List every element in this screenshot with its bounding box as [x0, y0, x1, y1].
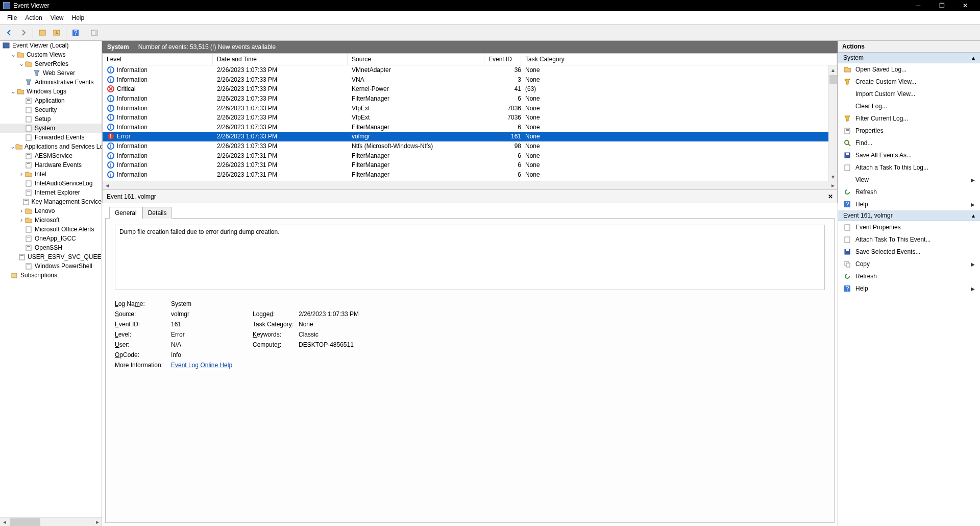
scroll-left-icon[interactable]: ◂ — [103, 182, 111, 189]
action-item[interactable]: Save All Events As... — [838, 149, 980, 161]
action-item[interactable]: View▶ — [838, 174, 980, 186]
help-button[interactable]: ? — [69, 27, 82, 39]
tree-service-item[interactable]: OneApp_IGCC — [0, 234, 102, 243]
tree-service-item[interactable]: Internet Explorer — [0, 188, 102, 197]
event-row[interactable]: Critical2/26/2023 1:07:33 PMKernel-Power… — [103, 84, 837, 94]
tree-setup[interactable]: Setup — [0, 114, 102, 124]
collapse-icon[interactable]: ⌄ — [10, 88, 16, 95]
tree-system[interactable]: System — [0, 124, 102, 133]
event-row[interactable]: iInformation2/26/2023 1:07:31 PMFilterMa… — [103, 160, 837, 170]
tab-general[interactable]: General — [109, 207, 142, 219]
tree-service-item[interactable]: Windows PowerShell — [0, 261, 102, 271]
action-item[interactable]: Clear Log... — [838, 100, 980, 112]
tree-service-item[interactable]: IntelAudioServiceLog — [0, 179, 102, 188]
expand-icon[interactable]: › — [18, 171, 24, 178]
tree-web-server[interactable]: Web Server — [0, 68, 102, 78]
event-row[interactable]: iInformation2/26/2023 1:07:33 PMFilterMa… — [103, 94, 837, 104]
tree-security[interactable]: Security — [0, 105, 102, 114]
scroll-right-icon[interactable]: ▸ — [828, 182, 837, 189]
tree-forwarded[interactable]: Forwarded Events — [0, 133, 102, 142]
event-row[interactable]: iInformation2/26/2023 1:07:33 PMVMnetAda… — [103, 65, 837, 75]
export-button[interactable] — [51, 27, 63, 39]
tab-details[interactable]: Details — [142, 207, 173, 219]
grid-vscrollbar[interactable]: ▴ ▾ — [828, 65, 837, 181]
event-row[interactable]: iInformation2/26/2023 1:07:31 PMFilterMa… — [103, 170, 837, 180]
tree-apps-services[interactable]: ⌄Applications and Services Logs — [0, 142, 102, 151]
col-date[interactable]: Date and Time — [213, 54, 348, 65]
close-button[interactable]: ✕ — [953, 0, 977, 11]
more-info-link[interactable]: Event Log Online Help — [171, 362, 232, 369]
event-row[interactable]: iInformation2/26/2023 1:07:33 PMVNA3None — [103, 75, 837, 85]
tree-custom-views[interactable]: ⌄Custom Views — [0, 50, 102, 59]
scroll-down-icon[interactable]: ▾ — [829, 172, 837, 181]
action-item[interactable]: Copy▶ — [838, 258, 980, 270]
action-item[interactable]: ?Help▶ — [838, 282, 980, 295]
tree-service-item[interactable]: AESMService — [0, 151, 102, 160]
minimize-button[interactable]: ─ — [906, 0, 930, 11]
tree-windows-logs[interactable]: ⌄Windows Logs — [0, 87, 102, 96]
tree[interactable]: Event Viewer (Local) ⌄Custom Views ⌄Serv… — [0, 41, 102, 517]
grid-body[interactable]: iInformation2/26/2023 1:07:33 PMVMnetAda… — [103, 65, 837, 181]
event-row[interactable]: iInformation2/26/2023 1:07:33 PMVfpExt70… — [103, 103, 837, 113]
event-row[interactable]: iInformation2/26/2023 1:07:33 PMNtfs (Mi… — [103, 141, 837, 151]
col-task-category[interactable]: Task Category — [521, 54, 837, 65]
collapse-icon[interactable]: ▴ — [972, 54, 975, 61]
action-item[interactable]: Find... — [838, 137, 980, 149]
collapse-icon[interactable]: ⌄ — [18, 60, 24, 67]
tree-service-item[interactable]: Key Management Service — [0, 197, 102, 206]
show-action-pane-button[interactable] — [88, 27, 101, 39]
menu-file[interactable]: File — [3, 13, 21, 22]
expand-icon[interactable]: › — [18, 217, 24, 224]
scroll-thumb[interactable] — [829, 75, 837, 84]
col-level[interactable]: Level — [103, 54, 213, 65]
back-button[interactable] — [3, 27, 15, 39]
action-item[interactable]: Create Custom View... — [838, 76, 980, 88]
tree-admin-events[interactable]: Administrative Events — [0, 78, 102, 87]
action-item[interactable]: Event Properties — [838, 221, 980, 233]
menu-help[interactable]: Help — [68, 13, 89, 22]
tree-application[interactable]: Application — [0, 96, 102, 105]
tree-service-item[interactable]: Hardware Events — [0, 160, 102, 170]
menu-action[interactable]: Action — [21, 13, 46, 22]
tree-service-item[interactable]: USER_ESRV_SVC_QUEENCREEK — [0, 252, 102, 261]
event-row[interactable]: iInformation2/26/2023 1:07:31 PMFilterMa… — [103, 151, 837, 160]
maximize-button[interactable]: ❐ — [930, 0, 953, 11]
col-source[interactable]: Source — [348, 54, 484, 65]
action-item[interactable]: Open Saved Log... — [838, 63, 980, 76]
expand-icon[interactable]: › — [18, 207, 24, 214]
collapse-icon[interactable]: ⌄ — [10, 51, 16, 58]
show-hide-tree-button[interactable] — [36, 27, 48, 39]
action-item[interactable]: ?Help▶ — [838, 198, 980, 210]
action-item[interactable]: Filter Current Log... — [838, 112, 980, 125]
event-row[interactable]: iInformation2/26/2023 1:07:33 PMVfpExt70… — [103, 113, 837, 123]
collapse-icon[interactable]: ▴ — [972, 212, 975, 219]
forward-button[interactable] — [17, 27, 30, 39]
tree-service-item[interactable]: ›Microsoft — [0, 216, 102, 225]
scroll-up-icon[interactable]: ▴ — [829, 65, 837, 74]
action-item[interactable]: Refresh — [838, 270, 980, 282]
scroll-thumb[interactable] — [10, 518, 40, 526]
tree-subscriptions[interactable]: Subscriptions — [0, 271, 102, 280]
tree-service-item[interactable]: Microsoft Office Alerts — [0, 225, 102, 234]
tree-root[interactable]: Event Viewer (Local) — [0, 41, 102, 50]
menu-view[interactable]: View — [46, 13, 68, 22]
action-item[interactable]: Attach Task To This Event... — [838, 233, 980, 246]
action-item[interactable]: Attach a Task To this Log... — [838, 161, 980, 174]
tree-hscrollbar[interactable]: ◂ ▸ — [0, 517, 102, 526]
close-detail-button[interactable]: ✕ — [828, 193, 833, 200]
scroll-right-icon[interactable]: ▸ — [93, 518, 102, 527]
event-row[interactable]: iInformation2/26/2023 1:07:33 PMFilterMa… — [103, 123, 837, 132]
action-item[interactable]: Import Custom View... — [838, 88, 980, 100]
tree-service-item[interactable]: ›Lenovo — [0, 206, 102, 216]
tree-server-roles[interactable]: ⌄ServerRoles — [0, 59, 102, 68]
col-event-id[interactable]: Event ID — [484, 54, 521, 65]
tree-service-item[interactable]: OpenSSH — [0, 243, 102, 252]
tree-service-item[interactable]: ›Intel — [0, 170, 102, 179]
action-item[interactable]: Properties — [838, 125, 980, 137]
scroll-left-icon[interactable]: ◂ — [0, 518, 9, 527]
event-row[interactable]: !Error2/26/2023 1:07:33 PMvolmgr161None — [103, 132, 837, 141]
grid-hscrollbar[interactable]: ◂ ▸ — [103, 181, 837, 189]
collapse-icon[interactable]: ⌄ — [10, 143, 15, 150]
action-item[interactable]: Save Selected Events... — [838, 246, 980, 258]
action-item[interactable]: Refresh — [838, 186, 980, 198]
